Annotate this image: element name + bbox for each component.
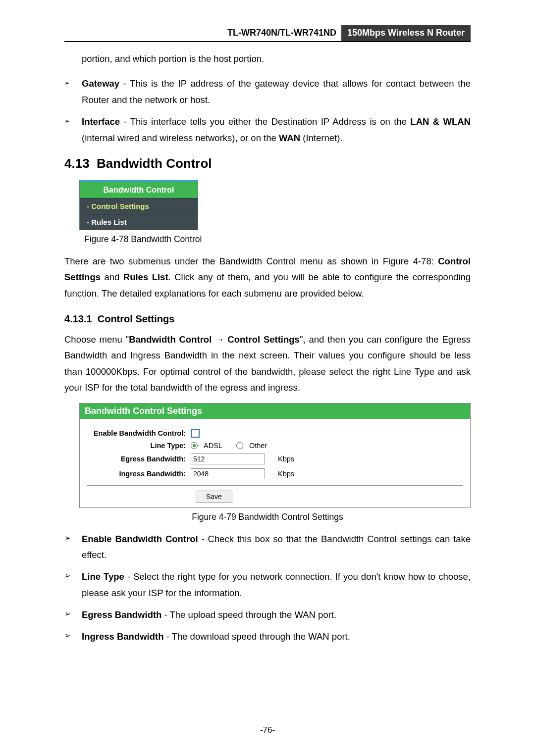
subsection-number: 4.13.1	[64, 313, 92, 324]
subsection-title: Control Settings	[98, 313, 175, 324]
radio-label-other: Other	[249, 442, 267, 450]
term-linetype: Line Type	[82, 571, 124, 582]
page-number: -76-	[0, 725, 535, 735]
page-header: TL-WR740N/TL-WR741ND 150Mbps Wireless N …	[64, 25, 471, 42]
label-enable: Enable Bandwidth Control:	[87, 429, 191, 437]
sidebar-item-control-settings[interactable]: - Control Settings	[80, 198, 198, 214]
text: - This interface tells you either the De…	[120, 116, 410, 127]
header-model: TL-WR740N/TL-WR741ND	[227, 25, 341, 41]
term-interface: Interface	[82, 116, 120, 127]
figure-caption-78: Figure 4-78 Bandwidth Control	[84, 234, 471, 245]
list-item: Ingress Bandwidth - The download speed t…	[64, 629, 471, 645]
text: Choose menu "	[64, 334, 129, 345]
figure-caption-79: Figure 4-79 Bandwidth Control Settings	[64, 512, 471, 522]
text: - Select the right type for you network …	[82, 571, 471, 598]
settings-panel-figure: Bandwidth Control Settings Enable Bandwi…	[79, 403, 471, 508]
text: - This is the IP address of the gateway …	[82, 78, 471, 104]
sidebar-header: Bandwidth Control	[80, 182, 198, 198]
term-ingress: Ingress Bandwidth	[82, 631, 164, 642]
radio-label-adsl: ADSL	[204, 442, 222, 450]
text: - The upload speed through the WAN port.	[161, 609, 336, 620]
bold-control-settings2: Control Settings	[227, 334, 300, 345]
top-bullet-list: Gateway - This is the IP address of the …	[64, 76, 471, 146]
bottom-bullet-list: Enable Bandwidth Control - Check this bo…	[64, 531, 471, 645]
text: (Internet).	[300, 133, 342, 143]
label-ingress: Ingress Bandwidth:	[87, 470, 191, 478]
ingress-input[interactable]	[191, 468, 265, 479]
panel-title: Bandwidth Control Settings	[80, 403, 470, 419]
unit-kbps: Kbps	[278, 455, 294, 463]
bold-bandwidth-control: Bandwidth Control	[129, 334, 212, 345]
save-button[interactable]: Save	[196, 491, 232, 503]
bold-rules-list: Rules List	[123, 272, 168, 282]
row-linetype: Line Type: ADSL Other	[87, 442, 463, 450]
bold-wan: WAN	[279, 133, 300, 143]
section-heading: 4.13 Bandwidth Control	[64, 156, 471, 171]
row-ingress: Ingress Bandwidth: Kbps	[87, 468, 463, 479]
subsection-heading: 4.13.1 Control Settings	[64, 313, 471, 325]
label-egress: Egress Bandwidth:	[87, 455, 191, 463]
list-item: Interface - This interface tells you eit…	[64, 114, 471, 146]
list-item: Gateway - This is the IP address of the …	[64, 76, 471, 108]
unit-kbps: Kbps	[278, 470, 294, 478]
divider	[87, 485, 463, 486]
intro-fragment: portion, and which portion is the host p…	[82, 51, 471, 67]
egress-input[interactable]	[191, 454, 265, 464]
term-enable-bc: Enable Bandwidth Control	[82, 534, 198, 544]
header-product: 150Mbps Wireless N Router	[341, 25, 471, 41]
text: - The download speed through the WAN por…	[164, 631, 350, 642]
radio-other[interactable]	[236, 442, 243, 449]
sidebar-figure: Bandwidth Control - Control Settings - R…	[79, 180, 198, 230]
section-paragraph: There are two submenus under the Bandwid…	[64, 253, 471, 302]
arrow: →	[212, 334, 227, 345]
list-item: Enable Bandwidth Control - Check this bo…	[64, 531, 471, 563]
text: (internal wired and wireless networks), …	[82, 133, 279, 143]
bold-lanwlan: LAN & WLAN	[410, 116, 471, 127]
list-item: Line Type - Select the right type for yo…	[64, 569, 471, 601]
sidebar-item-rules-list[interactable]: - Rules List	[80, 214, 198, 230]
term-gateway: Gateway	[82, 78, 119, 89]
text: There are two submenus under the Bandwid…	[64, 256, 438, 266]
subsection-paragraph: Choose menu "Bandwidth Control → Control…	[64, 332, 471, 396]
list-item: Egress Bandwidth - The upload speed thro…	[64, 607, 471, 623]
label-linetype: Line Type:	[87, 442, 191, 450]
enable-checkbox[interactable]	[191, 429, 200, 438]
text: and	[101, 272, 123, 282]
section-number: 4.13	[64, 156, 90, 171]
row-egress: Egress Bandwidth: Kbps	[87, 454, 463, 464]
row-enable: Enable Bandwidth Control:	[87, 429, 463, 438]
section-title: Bandwidth Control	[97, 156, 212, 171]
radio-adsl[interactable]	[191, 442, 198, 449]
term-egress: Egress Bandwidth	[82, 609, 161, 620]
